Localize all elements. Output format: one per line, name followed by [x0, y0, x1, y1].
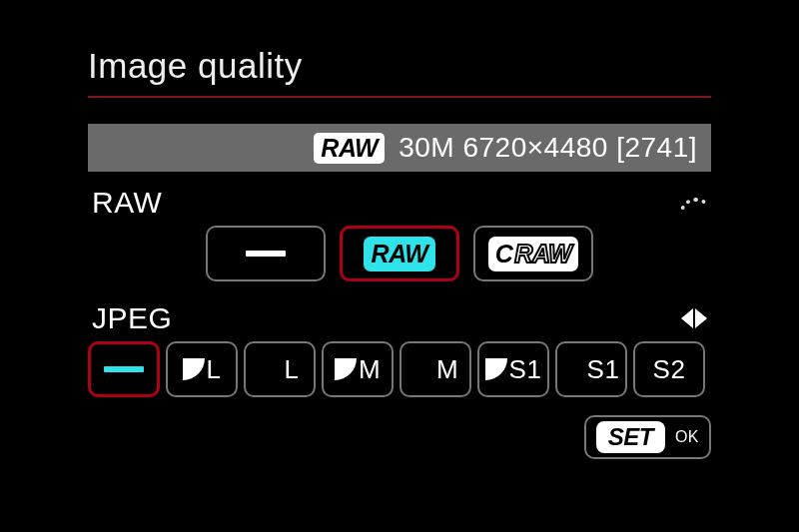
fine-icon	[335, 358, 357, 380]
current-setting-bar: RAW 30M 6720×4480 [2741]	[88, 124, 711, 172]
jpeg-option-medium-normal[interactable]: M	[400, 341, 471, 397]
jpeg-size-label: S2	[653, 354, 686, 385]
format-badge: RAW	[314, 133, 385, 164]
raw-option-none[interactable]	[206, 226, 326, 281]
craw-badge: CRAW	[488, 237, 578, 271]
normal-icon	[563, 358, 585, 380]
jpeg-options-row: L L M M S1 S1 S2	[88, 341, 711, 397]
dash-icon	[246, 251, 286, 257]
jpeg-size-label: L	[285, 354, 300, 385]
dash-icon	[104, 366, 144, 372]
title-rule	[88, 96, 711, 98]
jpeg-label: JPEG	[92, 301, 172, 335]
jpeg-size-label: S1	[587, 354, 620, 385]
dial-icon	[677, 194, 707, 212]
jpeg-size-label: L	[207, 354, 222, 385]
jpeg-option-large-normal[interactable]: L	[244, 341, 316, 397]
raw-option-raw[interactable]: RAW	[340, 226, 459, 281]
fine-icon	[485, 358, 507, 380]
normal-icon	[261, 358, 283, 380]
set-badge: SET	[596, 421, 665, 453]
left-right-icon	[681, 308, 707, 328]
ok-label: OK	[675, 428, 699, 446]
jpeg-size-label: S1	[509, 354, 542, 385]
jpeg-option-large-fine[interactable]: L	[166, 341, 238, 397]
raw-section-header: RAW	[88, 186, 711, 226]
raw-options-row: RAW CRAW	[88, 226, 711, 281]
raw-option-craw[interactable]: CRAW	[473, 226, 593, 281]
jpeg-size-label: M	[436, 354, 458, 385]
normal-icon	[412, 358, 434, 380]
set-ok-button[interactable]: SET OK	[584, 415, 711, 459]
raw-label: RAW	[92, 186, 162, 220]
fine-icon	[183, 358, 205, 380]
jpeg-option-s2[interactable]: S2	[633, 341, 705, 397]
resolution-summary: 30M 6720×4480 [2741]	[399, 132, 697, 164]
jpeg-option-medium-fine[interactable]: M	[322, 341, 394, 397]
jpeg-size-label: M	[359, 354, 381, 385]
jpeg-section-header: JPEG	[88, 301, 711, 341]
jpeg-option-s1-normal[interactable]: S1	[555, 341, 627, 397]
jpeg-option-none[interactable]	[88, 341, 160, 397]
raw-badge-selected: RAW	[364, 237, 436, 271]
jpeg-option-s1-fine[interactable]: S1	[477, 341, 549, 397]
page-title: Image quality	[88, 46, 711, 86]
